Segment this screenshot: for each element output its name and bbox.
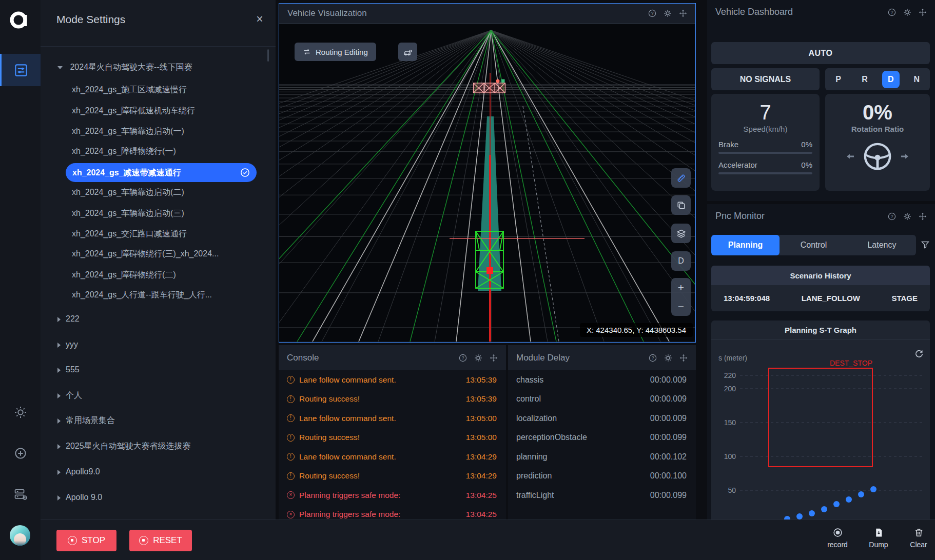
tree-item[interactable]: xh_2024_gs_施工区域减速慢行 bbox=[41, 82, 276, 97]
routing-tool-button[interactable] bbox=[398, 43, 417, 61]
apollo-logo-icon bbox=[9, 8, 31, 31]
copy-view-button[interactable] bbox=[671, 195, 691, 215]
svg-text:?: ? bbox=[652, 355, 654, 361]
warning-icon bbox=[287, 395, 295, 403]
dest-stop-label: DEST_STOP bbox=[830, 359, 872, 367]
tree-item[interactable]: xh_2024_gs_障碍物绕行(一) bbox=[41, 144, 276, 159]
tree-item-selected[interactable]: xh_2024_gs_减速带减速通行 bbox=[66, 163, 257, 182]
tree-label: xh_2024_gs_交汇路口减速通行 bbox=[72, 229, 187, 238]
clear-button[interactable]: Clear bbox=[901, 527, 935, 549]
tree-label: xh_2024_gs_障碍低速机动车绕行 bbox=[72, 106, 195, 115]
console-entry: Routing success!13:05:39 bbox=[279, 390, 506, 409]
reset-button[interactable]: RESET bbox=[129, 530, 192, 551]
chevron-right-icon bbox=[57, 343, 61, 348]
y-tick: 50 bbox=[728, 486, 736, 494]
tab-control[interactable]: Control bbox=[780, 235, 848, 255]
tree-group[interactable]: 222 bbox=[41, 311, 276, 327]
tree-item[interactable]: xh_2024_gs_车辆靠边启动(三) bbox=[41, 206, 276, 221]
dreamview-d-button[interactable]: D bbox=[671, 251, 691, 271]
tab-planning[interactable]: Planning bbox=[711, 235, 780, 255]
tree-group[interactable]: 个人 bbox=[41, 388, 276, 403]
tab-latency[interactable]: Latency bbox=[848, 235, 916, 255]
check-circle-icon bbox=[240, 168, 250, 177]
chevron-right-icon bbox=[57, 418, 61, 424]
move-panel-icon[interactable] bbox=[919, 212, 927, 221]
help-icon[interactable]: ? bbox=[648, 9, 656, 17]
theme-toggle-button[interactable] bbox=[0, 396, 41, 428]
settings-gear-icon[interactable] bbox=[664, 354, 672, 362]
record-button[interactable]: record bbox=[820, 527, 855, 549]
ruler-tool-button[interactable] bbox=[671, 168, 691, 188]
tree-group[interactable]: yyy bbox=[41, 337, 276, 352]
help-icon[interactable]: ? bbox=[649, 354, 657, 362]
module-delay-row: planning00:00.102 bbox=[508, 447, 696, 467]
pnc-tabs: Planning Control Latency bbox=[711, 235, 916, 255]
add-panel-button[interactable] bbox=[0, 437, 41, 469]
resource-manager-button[interactable] bbox=[0, 478, 41, 510]
tree-item[interactable]: xh_2024_gs_车辆靠边启动(一) bbox=[41, 124, 276, 139]
tree-group[interactable]: 2024星火自动驾驶大赛--线下国赛 bbox=[41, 59, 276, 75]
chevron-right-icon bbox=[57, 444, 61, 449]
zoom-out-button[interactable]: − bbox=[671, 297, 691, 316]
reset-icon bbox=[139, 536, 148, 545]
routing-editing-label: Routing Editing bbox=[316, 48, 368, 56]
dump-label: Dump bbox=[869, 541, 888, 549]
move-panel-icon[interactable] bbox=[679, 9, 687, 17]
driving-mode-indicator: AUTO bbox=[711, 42, 930, 64]
help-icon[interactable]: ? bbox=[888, 212, 896, 221]
icon-rail bbox=[0, 0, 41, 560]
tree-item[interactable]: xh_2024_gs_障碍物绕行(三)_xh_2024... bbox=[41, 246, 276, 262]
settings-gear-icon[interactable] bbox=[664, 9, 672, 17]
console-header: Console ? bbox=[279, 345, 506, 370]
gear-n: N bbox=[904, 75, 930, 84]
tree-item[interactable]: xh_2024_gs_障碍物绕行(二) bbox=[41, 267, 276, 283]
record-icon bbox=[832, 527, 843, 538]
move-panel-icon[interactable] bbox=[679, 354, 688, 362]
tree-item[interactable]: xh_2024_gs_人行道--跟车行驶_人行... bbox=[41, 287, 276, 303]
y-tick: 150 bbox=[724, 418, 736, 427]
console-entry: Routing success!13:05:00 bbox=[279, 428, 506, 448]
settings-gear-icon[interactable] bbox=[474, 354, 482, 362]
tree-label: Apollo9.0 bbox=[66, 467, 100, 476]
vehicle-dashboard-panel: Vehicle Dashboard ? AUTO NO SIGNALS P R … bbox=[707, 0, 935, 201]
plus-circle-icon bbox=[14, 447, 27, 460]
move-panel-icon[interactable] bbox=[490, 354, 498, 362]
close-icon[interactable] bbox=[252, 12, 267, 27]
tree-group[interactable]: 2025星火自动驾驶大赛省级选拔赛 bbox=[41, 438, 276, 454]
help-icon[interactable]: ? bbox=[888, 8, 896, 16]
panel-title: Vehicle Dashboard bbox=[715, 7, 793, 17]
console-entry: Lane follow command sent.13:05:39 bbox=[279, 370, 506, 390]
tree-group[interactable]: 常用场景集合 bbox=[41, 413, 276, 428]
help-icon[interactable]: ? bbox=[459, 354, 467, 362]
chevron-right-icon bbox=[57, 495, 61, 501]
settings-gear-icon[interactable] bbox=[903, 8, 911, 16]
layers-button[interactable] bbox=[671, 224, 691, 243]
mode-settings-panel-button[interactable] bbox=[0, 54, 41, 86]
3d-scene[interactable]: Routing Editing bbox=[279, 24, 695, 342]
brake-value: 0% bbox=[801, 140, 812, 149]
stop-button[interactable]: STOP bbox=[56, 530, 116, 551]
dump-button[interactable]: Dump bbox=[861, 527, 897, 549]
record-label: record bbox=[827, 541, 848, 549]
zoom-in-button[interactable]: + bbox=[671, 278, 691, 297]
tree-group[interactable]: Apollo9.0 bbox=[41, 464, 276, 479]
routing-editing-button[interactable]: Routing Editing bbox=[295, 43, 376, 61]
tree-label: 2025星火自动驾驶大赛省级选拔赛 bbox=[66, 442, 191, 450]
stop-label: STOP bbox=[82, 535, 105, 546]
3d-scene-svg bbox=[279, 24, 695, 342]
obstacle-box bbox=[474, 83, 505, 93]
filter-icon[interactable] bbox=[921, 240, 930, 249]
tree-group[interactable]: 555 bbox=[41, 362, 276, 377]
user-avatar[interactable] bbox=[10, 525, 30, 546]
tree-item[interactable]: xh_2024_gs_车辆靠边启动(二) bbox=[41, 185, 276, 200]
chevron-right-icon bbox=[57, 317, 61, 322]
tree-item[interactable]: xh_2024_gs_交汇路口减速通行 bbox=[41, 226, 276, 242]
tree-group[interactable]: Apollo 9.0 bbox=[41, 490, 276, 505]
tree-item[interactable]: xh_2024_gs_障碍低速机动车绕行 bbox=[41, 103, 276, 118]
clear-label: Clear bbox=[910, 541, 927, 549]
move-panel-icon[interactable] bbox=[919, 8, 927, 16]
settings-gear-icon[interactable] bbox=[903, 212, 911, 221]
panel-title: Module Delay bbox=[516, 353, 570, 363]
console-entry: Planning triggers safe mode:13:04:25 bbox=[279, 486, 506, 505]
refresh-icon[interactable] bbox=[914, 349, 924, 358]
